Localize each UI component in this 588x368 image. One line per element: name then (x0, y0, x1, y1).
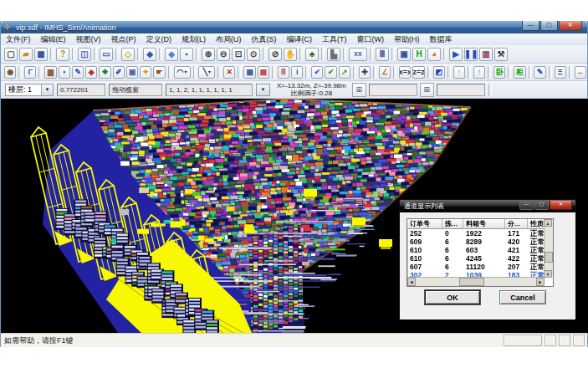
chevron-down-icon[interactable]: ▼ (257, 84, 269, 95)
mini-combo[interactable]: ▼ (256, 84, 270, 96)
delete-button[interactable]: ✕ (223, 66, 235, 79)
menu-item-11[interactable]: 帮助(H) (389, 34, 425, 45)
order-list-table[interactable]: 订单号拣...料箱号分...性质 25201922171正常6096828942… (406, 218, 554, 287)
cancel-button[interactable]: Cancel (499, 290, 546, 304)
column-header-3[interactable]: 分... (505, 219, 528, 228)
horizontal-scrollbar[interactable]: ◀ ▶ (407, 277, 545, 286)
small-box-button[interactable]: ▪ (180, 48, 193, 61)
corner-frame-button[interactable]: Γ (24, 66, 36, 79)
help-button[interactable]: ? (56, 48, 69, 61)
orbit-button[interactable]: ◉ (4, 66, 16, 79)
drag-view-field[interactable]: 拖动视窗 (109, 84, 162, 96)
channel-display-dialog[interactable]: 通道显示列表 — ▢ ✕ 订单号拣...料箱号分...性质 2520192217… (399, 199, 576, 320)
horizontal-scroll-thumb[interactable] (459, 278, 484, 286)
edit-pencil-button[interactable]: ✎ (534, 66, 545, 79)
menu-item-0[interactable]: 文件(F) (1, 34, 36, 45)
check-green-button[interactable]: ✔ (325, 66, 336, 79)
close-icon[interactable]: ✕ (559, 21, 582, 31)
grid-snap-button-2[interactable]: ⊞ (420, 83, 434, 97)
table-row[interactable]: 6106603421正常 (407, 246, 553, 254)
scroll-down-icon[interactable]: ▼ (544, 270, 552, 278)
menu-item-6[interactable]: 布局(U) (211, 34, 247, 45)
dialog-title-bar[interactable]: 通道显示列表 — ▢ ✕ (400, 200, 575, 212)
column-header-2[interactable]: 料箱号 (463, 219, 505, 228)
dialog-minimize-icon[interactable]: — (519, 201, 534, 210)
grid-snap-button[interactable]: ⊞ (352, 83, 366, 97)
tree-view-button[interactable]: ♣ (305, 48, 319, 61)
zoom-previous-button[interactable]: ⊘ (268, 48, 282, 61)
column-header-0[interactable]: 订单号 (407, 219, 442, 228)
open-folder-button[interactable]: ▰ (19, 48, 33, 61)
vertical-scrollbar[interactable]: ▲ ▼ (544, 219, 553, 278)
machine-button[interactable]: ▙ (327, 48, 340, 61)
rack-horizontal-button[interactable]: 卧 (493, 66, 505, 79)
menu-item-5[interactable]: 规划(L) (176, 34, 211, 45)
dialog-maximize-icon[interactable]: ▢ (534, 201, 549, 210)
pie-chart-button[interactable]: ◕ (427, 48, 441, 61)
chevron-down-icon[interactable]: ▾ (184, 66, 187, 79)
minimize-icon[interactable]: — (522, 21, 539, 31)
blue-wedge-button[interactable]: ◗ (59, 66, 70, 79)
tools-button[interactable]: ⚒ (494, 48, 508, 61)
column-header-1[interactable]: 拣... (442, 219, 463, 228)
worker-button[interactable]: ✦ (140, 66, 151, 79)
image-button[interactable]: ▩ (243, 66, 255, 79)
zoom-extents-button[interactable]: ⊙ (247, 48, 260, 61)
menu-item-12[interactable]: 数据库 (425, 34, 458, 45)
chevron-down-icon[interactable]: ▾ (208, 66, 211, 79)
save-button[interactable]: ▦ (34, 48, 48, 61)
info-button[interactable]: i (291, 66, 303, 79)
terrain-block-button[interactable]: ▆ (44, 66, 56, 79)
scroll-up-icon[interactable]: ▲ (544, 219, 552, 227)
layer-flags-field[interactable]: 1, 1, 2, 1, 1, 1, 1, 1, 1 (166, 84, 253, 96)
run-button[interactable]: ▶ (449, 48, 463, 61)
arrow-up-right-button[interactable]: ↗ (339, 66, 350, 79)
green-gem-button[interactable]: ❖ (99, 66, 110, 79)
solid-cube-button[interactable]: ◆ (143, 48, 156, 61)
label-zequal-button[interactable]: z=z (412, 66, 424, 79)
maximize-icon[interactable]: ▢ (540, 21, 558, 31)
app-window-button[interactable]: ◫ (78, 48, 91, 61)
menu-item-4[interactable]: 定义(D) (141, 34, 177, 45)
cabinet-button[interactable]: 柜 (514, 66, 525, 79)
aux-field-2[interactable] (437, 84, 485, 96)
table-row[interactable]: 60968289420正常 (407, 238, 553, 246)
lift-up-button[interactable]: ↑ (473, 66, 485, 79)
label-xequal-button[interactable]: x=x (399, 66, 411, 79)
wireframe-cube-button[interactable]: ◇ (121, 48, 135, 61)
menu-item-8[interactable]: 编译(C) (282, 34, 318, 45)
pause-button[interactable]: ❚❚ (464, 48, 478, 61)
vertical-scroll-thumb[interactable] (545, 252, 553, 263)
arc-segment-button[interactable]: ◠▾ (174, 66, 191, 79)
text-box-button[interactable]: ▣ (397, 48, 411, 61)
scale-value-field[interactable]: 0.772201 (57, 84, 105, 96)
draw-pen-button[interactable]: ✎ (72, 66, 84, 79)
column-bars-button[interactable]: Ⅲ (376, 48, 389, 61)
menu-item-10[interactable]: 窗口(W) (352, 34, 390, 45)
panel-button[interactable]: ▣ (126, 66, 138, 79)
draw-pen-2-button[interactable]: ✐ (113, 66, 125, 79)
spool-button[interactable]: Ξ (555, 66, 566, 79)
stats-bars-button[interactable]: ▥ (479, 48, 493, 61)
floor-combo[interactable]: 楼层: 1 ▼ (5, 84, 54, 96)
zoom-window-button[interactable]: ⊡ (232, 48, 245, 61)
scroll-left-icon[interactable]: ◀ (407, 278, 416, 286)
menu-item-3[interactable]: 视点(P) (106, 34, 141, 45)
check-blue-button[interactable]: ✔ (311, 66, 323, 79)
table-row[interactable]: 25201922171正常 (407, 229, 553, 238)
flag-corner-button[interactable]: ◩ (433, 66, 445, 79)
shaded-cube-button[interactable]: ◆ (165, 48, 178, 61)
column-grid-button[interactable]: Ⅲ (278, 66, 289, 79)
select-cursor-button[interactable]: ✚ (359, 66, 371, 79)
menu-item-1[interactable]: 编辑(E) (36, 34, 71, 45)
table-row[interactable]: 61064245422正常 (407, 254, 553, 263)
arrow-up-orange-button[interactable]: ↑ (453, 66, 465, 79)
menu-item-2[interactable]: 视图(V) (71, 34, 106, 45)
span-arrow-button[interactable]: ↔ (575, 66, 586, 79)
menu-item-7[interactable]: 仿真(S) (247, 34, 282, 45)
new-file-button[interactable]: ▢ (4, 48, 18, 61)
dialog-close-icon[interactable]: ✕ (550, 201, 572, 210)
aux-field-1[interactable] (369, 84, 417, 96)
zoom-out-button[interactable]: ⊖ (217, 48, 230, 61)
line-segment-button[interactable]: ╲▾ (198, 66, 215, 79)
